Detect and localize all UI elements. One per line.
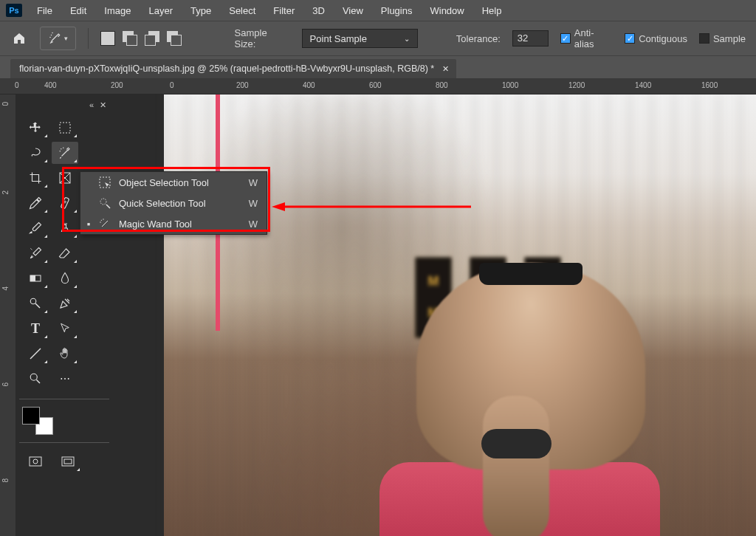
- flyout-magic-wand[interactable]: ▪ Magic Wand Tool W: [80, 213, 267, 234]
- document-tab[interactable]: florian-van-duyn-pXToxwjqIiQ-unsplash.jp…: [10, 59, 456, 78]
- move-tool[interactable]: [22, 117, 49, 139]
- sample-all-label: Sample: [713, 33, 746, 44]
- menu-layer[interactable]: Layer: [142, 2, 181, 19]
- collapse-icon[interactable]: «: [89, 100, 94, 109]
- document-image: MM MM MM: [164, 95, 756, 536]
- path-selection-tool[interactable]: [52, 317, 78, 340]
- svg-rect-3: [60, 123, 70, 133]
- ruler-tick: 0: [170, 81, 174, 89]
- crop-tool[interactable]: [22, 167, 49, 189]
- ruler-tick: 800: [436, 81, 448, 89]
- ruler-tick: 200: [236, 81, 249, 89]
- svg-point-12: [30, 374, 37, 380]
- menu-edit[interactable]: Edit: [63, 2, 94, 19]
- flyout-quick-selection[interactable]: Quick Selection Tool W: [80, 193, 267, 213]
- selection-add[interactable]: [123, 31, 137, 46]
- menu-file[interactable]: File: [30, 2, 60, 19]
- ruler-tick: 1200: [568, 81, 585, 89]
- tool-flyout-menu: Object Selection Tool W Quick Selection …: [80, 171, 267, 235]
- blur-tool[interactable]: [52, 267, 78, 289]
- gradient-tool[interactable]: [22, 267, 49, 289]
- screen-mode[interactable]: [55, 450, 81, 473]
- ruler-tick: 0: [15, 81, 19, 89]
- sample-all-checkbox[interactable]: Sample: [699, 33, 746, 44]
- eraser-tool[interactable]: [52, 242, 78, 264]
- ruler-tick: 200: [111, 81, 123, 89]
- contiguous-label: Contiguous: [639, 33, 687, 44]
- object-selection-icon: [98, 176, 111, 188]
- brush-tool[interactable]: [22, 217, 49, 239]
- magic-wand-icon: [98, 218, 111, 230]
- anti-alias-checkbox[interactable]: ✓Anti-alias: [560, 27, 613, 49]
- menu-help[interactable]: Help: [475, 2, 509, 19]
- svg-point-2: [52, 32, 53, 34]
- healing-brush-tool[interactable]: [52, 192, 78, 214]
- ruler-tick: 1000: [502, 81, 518, 89]
- menu-type[interactable]: Type: [183, 2, 219, 19]
- pen-tool[interactable]: [52, 292, 78, 315]
- marquee-tool[interactable]: [52, 117, 78, 139]
- menu-window[interactable]: Window: [422, 2, 471, 19]
- flyout-shortcut: W: [249, 198, 258, 209]
- menu-select[interactable]: Select: [221, 2, 263, 19]
- flyout-shortcut: W: [249, 177, 258, 188]
- flyout-label: Magic Wand Tool: [119, 219, 241, 230]
- home-button[interactable]: [10, 30, 28, 47]
- selection-new[interactable]: [100, 31, 115, 46]
- contiguous-checkbox[interactable]: ✓Contiguous: [625, 33, 687, 44]
- type-tool[interactable]: T: [22, 317, 49, 340]
- quick-mask-mode[interactable]: [22, 450, 49, 473]
- close-tab-icon[interactable]: ✕: [442, 64, 449, 74]
- dodge-tool[interactable]: [22, 292, 49, 315]
- canvas-area[interactable]: MM MM MM: [112, 95, 756, 536]
- ruler-tick: 1400: [635, 81, 651, 89]
- hand-tool[interactable]: [52, 343, 78, 365]
- app-logo: Ps: [6, 4, 22, 17]
- menu-plugins[interactable]: Plugins: [374, 2, 420, 19]
- menu-3d[interactable]: 3D: [305, 2, 332, 19]
- ruler-tick: 4: [1, 286, 10, 291]
- history-brush-tool[interactable]: [22, 242, 49, 264]
- eyedropper-tool[interactable]: [22, 192, 49, 214]
- svg-point-18: [100, 199, 106, 205]
- svg-point-20: [103, 219, 103, 219]
- svg-rect-16: [64, 459, 72, 464]
- lasso-tool[interactable]: [22, 142, 49, 164]
- clone-stamp-tool[interactable]: [52, 217, 78, 239]
- magic-wand-tool[interactable]: [52, 142, 78, 164]
- frame-tool[interactable]: [52, 167, 78, 189]
- flyout-label: Quick Selection Tool: [119, 198, 241, 209]
- line-tool[interactable]: [22, 343, 49, 365]
- menu-filter[interactable]: Filter: [266, 2, 302, 19]
- menu-bar: Ps File Edit Image Layer Type Select Fil…: [0, 0, 756, 21]
- sample-size-select[interactable]: Point Sample⌄: [302, 29, 418, 48]
- svg-rect-15: [62, 457, 74, 466]
- ruler-tick: 0: [1, 102, 10, 106]
- foreground-color[interactable]: [22, 407, 40, 425]
- tool-preset-picker[interactable]: ▾: [40, 27, 76, 50]
- selection-intersect[interactable]: [167, 31, 182, 46]
- document-tab-bar: florian-van-duyn-pXToxwjqIiQ-unsplash.jp…: [0, 56, 756, 78]
- svg-point-21: [100, 221, 100, 222]
- zoom-tool[interactable]: [22, 368, 49, 390]
- quick-selection-icon: [98, 197, 111, 209]
- selection-subtract[interactable]: [145, 31, 159, 46]
- horizontal-ruler: 0 400 200 0 200 400 600 800 1000 1200 14…: [0, 78, 756, 95]
- ruler-tick: 400: [303, 81, 315, 89]
- svg-point-4: [61, 148, 62, 150]
- color-picker[interactable]: [22, 407, 53, 435]
- menu-view[interactable]: View: [335, 2, 371, 19]
- sample-size-label: Sample Size:: [235, 27, 290, 49]
- close-icon[interactable]: ✕: [100, 100, 106, 110]
- menu-image[interactable]: Image: [97, 2, 138, 19]
- flyout-shortcut: W: [249, 219, 258, 230]
- options-bar: ▾ Sample Size: Point Sample⌄ Tolerance: …: [0, 21, 756, 56]
- svg-rect-10: [30, 275, 35, 281]
- vertical-ruler: 0 2 4 6 8: [0, 95, 16, 536]
- anti-alias-label: Anti-alias: [574, 27, 613, 49]
- flyout-object-selection[interactable]: Object Selection Tool W: [80, 172, 267, 193]
- flyout-label: Object Selection Tool: [119, 177, 241, 188]
- edit-toolbar[interactable]: ⋯: [52, 368, 78, 390]
- tolerance-input[interactable]: 32: [512, 30, 549, 47]
- sample-size-value: Point Sample: [310, 33, 367, 44]
